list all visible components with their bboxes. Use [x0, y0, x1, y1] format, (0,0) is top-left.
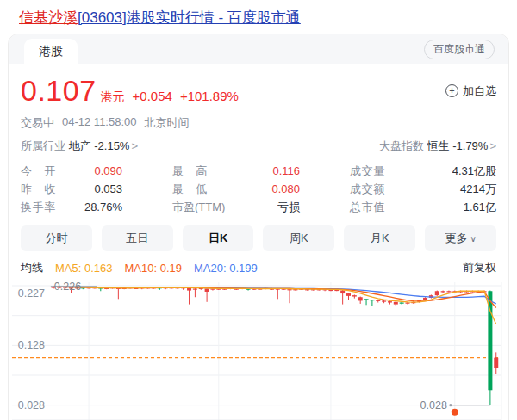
stats-column: 今开0.090昨收0.053换手率28.76% — [21, 162, 122, 216]
tab-hk-market[interactable]: 港股 — [24, 39, 78, 64]
candle-body — [435, 291, 439, 295]
industry-group: 所属行业 地产 -2.15%> — [21, 139, 138, 154]
stat-label: 换手率 — [21, 200, 55, 215]
candle-body — [400, 303, 404, 304]
stat-value: 0.116 — [272, 164, 300, 177]
adjust-mode-button[interactable]: 前复权 — [463, 260, 496, 275]
tab-more[interactable]: 更多∨ — [425, 225, 496, 251]
title-link[interactable]: [03603]港股实时行情 - 百度股市通 — [78, 9, 301, 26]
stat-value: 亏损 — [277, 200, 300, 215]
candle-body — [193, 288, 197, 289]
stat-value: 1.61亿 — [464, 200, 496, 215]
stat-row: 成交额4214万 — [350, 180, 496, 198]
candle-body — [346, 293, 351, 296]
ma20-value: MA20: 0.199 — [194, 262, 258, 275]
timezone-label: 北京时间 — [145, 115, 190, 131]
stat-row: 最高0.116 — [172, 162, 300, 180]
industry-label: 所属行业 — [21, 139, 65, 152]
quote-time: 04-12 11:58:00 — [62, 115, 137, 131]
ma-bar: 均线 MA5: 0.163 MA10: 0.19 MA20: 0.199 前复权 — [21, 260, 496, 275]
stat-value: 4.31亿股 — [452, 164, 496, 179]
candle-body — [406, 303, 410, 304]
market-index-group: 大盘指数 恒生 -1.79%> — [379, 139, 496, 154]
low-marker-dot — [449, 404, 452, 406]
stats-column: 成交量4.31亿股成交额4214万总市值1.61亿 — [350, 162, 496, 216]
candle-body — [205, 288, 209, 291]
add-watchlist-label: 加自选 — [463, 83, 496, 99]
meta-row: 所属行业 地产 -2.15%> 大盘指数 恒生 -1.79%> — [21, 139, 496, 154]
stat-value: 0.053 — [94, 182, 122, 195]
stat-row: 今开0.090 — [21, 162, 122, 180]
high-marker-label: 0.226 — [54, 281, 81, 293]
y-axis-tick: 0.028 — [18, 399, 45, 411]
ma5-value: MA5: 0.163 — [55, 262, 113, 275]
market-index-link[interactable]: 恒生 -1.79%> — [427, 139, 496, 152]
card-header: 港股 百度股市通 — [9, 34, 508, 64]
stat-value: 0.090 — [94, 164, 122, 177]
add-watchlist-button[interactable]: + 加自选 — [445, 83, 496, 99]
price-row: 0.107 港元 +0.054 +101.89% + 加自选 — [21, 74, 496, 108]
low-marker-label: 0.028 — [420, 399, 447, 411]
market-index-label: 大盘指数 — [379, 139, 424, 152]
stat-label: 总市值 — [350, 200, 384, 215]
candle-body — [394, 302, 398, 305]
industry-link[interactable]: 地产 -2.15%> — [69, 139, 138, 152]
stat-row: 总市值1.61亿 — [350, 198, 496, 216]
page-title: 信基沙溪[03603]港股实时行情 - 百度股市通 — [19, 8, 517, 28]
candle-body — [382, 300, 386, 301]
chevron-right-icon: > — [489, 139, 496, 152]
tab-weekly-k[interactable]: 周K — [263, 225, 334, 251]
candle-body — [328, 290, 333, 291]
candle-body — [446, 291, 451, 292]
caret-down-icon: ∨ — [470, 234, 476, 244]
stat-row: 市盈(TTM)亏损 — [172, 198, 300, 216]
candle-body — [423, 298, 427, 300]
stat-label: 市盈(TTM) — [172, 200, 225, 215]
stat-label: 成交额 — [350, 182, 384, 197]
stat-row: 最低0.080 — [172, 180, 300, 198]
stat-row: 成交量4.31亿股 — [350, 162, 496, 180]
stat-label: 今开 — [21, 164, 55, 179]
candle-body — [494, 358, 498, 368]
kline-chart[interactable]: 2024-012024-022024-032024-040.2270.1280.… — [9, 277, 507, 420]
title-suffix: 港股实时行情 - 百度股市通 — [127, 9, 301, 26]
stat-value: 28.76% — [84, 201, 122, 213]
stat-label: 昨收 — [21, 182, 55, 197]
trading-status-row: 交易中 04-12 11:58:00 北京时间 — [21, 115, 496, 131]
chevron-right-icon: > — [131, 139, 138, 152]
stat-label: 最低 — [172, 182, 207, 197]
candle-body — [187, 288, 191, 291]
trading-status: 交易中 — [21, 115, 54, 131]
tab-monthly-k[interactable]: 月K — [344, 225, 415, 251]
chart-tabs: 分时五日日K周K月K更多∨ — [21, 225, 496, 251]
candle-body — [376, 300, 380, 301]
quote-card: 港股 百度股市通 0.107 港元 +0.054 +101.89% + 加自选 … — [8, 34, 509, 420]
ma5-line — [53, 287, 496, 324]
currency-label: 港元 — [101, 90, 125, 105]
tab-daily-k[interactable]: 日K — [183, 225, 254, 251]
card-body: 0.107 港元 +0.054 +101.89% + 加自选 交易中 04-12… — [9, 64, 508, 420]
title-stock-link[interactable]: 信基沙溪 — [19, 9, 78, 26]
candle-body — [352, 295, 357, 296]
candle-body — [358, 297, 363, 300]
stat-value: 4214万 — [460, 182, 496, 197]
brand-badge: 百度股市通 — [424, 40, 495, 59]
stats-grid: 今开0.090昨收0.053换手率28.76%最高0.116最低0.080市盈(… — [21, 162, 496, 216]
ma10-value: MA10: 0.19 — [125, 262, 183, 275]
stat-label: 最高 — [172, 164, 207, 179]
candle-body — [388, 301, 392, 302]
candle-body — [288, 289, 292, 290]
stat-label: 成交量 — [350, 164, 384, 179]
tab-minute[interactable]: 分时 — [21, 225, 92, 251]
event-marker-dot — [452, 409, 458, 416]
tab-5day[interactable]: 五日 — [102, 225, 173, 251]
stat-row: 昨收0.053 — [21, 180, 122, 198]
add-circle-icon: + — [445, 84, 458, 97]
price-change-percent: +101.89% — [180, 89, 239, 103]
stat-row: 换手率28.76% — [21, 198, 122, 216]
stat-value: 0.080 — [271, 182, 300, 195]
candle-body — [370, 300, 374, 300]
y-axis-tick: 0.128 — [18, 339, 45, 351]
candle-body — [364, 299, 369, 300]
price-change: +0.054 — [133, 89, 172, 103]
